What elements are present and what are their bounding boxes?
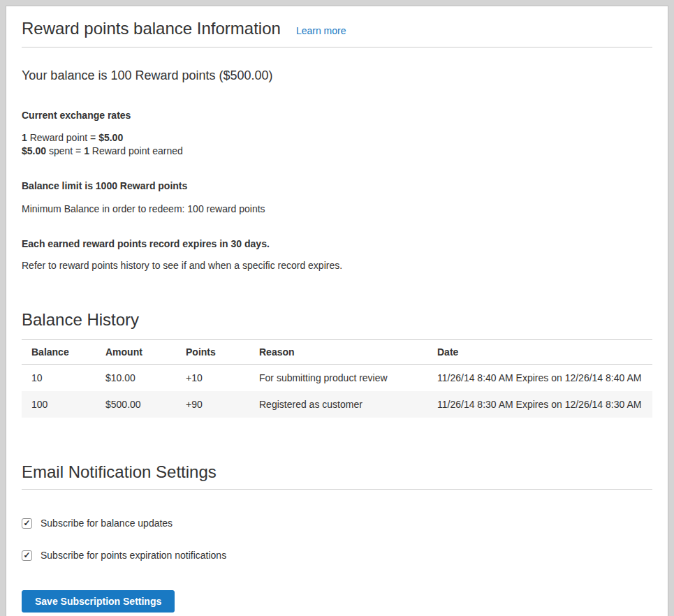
expiration-notifications-label: Subscribe for points expiration notifica… — [41, 550, 226, 561]
exchange-rate-line-2: $5.00 spent = 1 Reward point earned — [22, 145, 652, 158]
cell-points: +10 — [176, 365, 249, 392]
balance-summary: Your balance is 100 Reward points ($500.… — [22, 68, 652, 83]
column-header-balance: Balance — [22, 340, 96, 365]
expiration-notifications-checkbox[interactable]: ✓ — [22, 550, 32, 561]
table-row: 100 $500.00 +90 Registered as customer 1… — [22, 391, 652, 418]
page-header: Reward points balance Information Learn … — [22, 19, 652, 47]
exchange-line1-text: Reward point = — [27, 132, 98, 143]
cell-amount: $500.00 — [96, 391, 176, 418]
learn-more-link[interactable]: Learn more — [296, 25, 346, 36]
balance-history-table: Balance Amount Points Reason Date 10 $10… — [22, 339, 652, 418]
exchange-rates: 1 Reward point = $5.00 $5.00 spent = 1 R… — [22, 131, 652, 158]
exchange-line2-points: 1 — [84, 145, 89, 156]
checkmark-icon: ✓ — [23, 551, 30, 559]
checkmark-icon: ✓ — [23, 519, 30, 527]
table-header-row: Balance Amount Points Reason Date — [22, 340, 652, 365]
expiry-notice: Each earned reward points record expires… — [22, 238, 652, 249]
table-row: 10 $10.00 +10 For submitting product rev… — [22, 365, 652, 392]
save-subscription-settings-button[interactable]: Save Subscription Settings — [22, 590, 175, 613]
exchange-line1-points: 1 — [22, 132, 27, 143]
cell-reason: For submitting product review — [249, 365, 427, 392]
exchange-line2-value: $5.00 — [22, 145, 46, 156]
page-title: Reward points balance Information — [22, 19, 281, 38]
cell-balance: 10 — [22, 365, 96, 392]
exchange-line1-value: $5.00 — [98, 132, 123, 143]
subscribe-balance-updates-row: ✓ Subscribe for balance updates — [22, 518, 652, 529]
exchange-line2-text: spent = — [46, 145, 84, 156]
balance-limit: Balance limit is 1000 Reward points — [22, 180, 652, 191]
cell-amount: $10.00 — [96, 365, 176, 392]
expiry-note: Refer to reward points history to see if… — [22, 259, 652, 272]
balance-history-title: Balance History — [22, 310, 652, 330]
cell-points: +90 — [176, 391, 249, 418]
exchange-line2-end: Reward point earned — [89, 145, 183, 156]
exchange-rate-line-1: 1 Reward point = $5.00 — [22, 131, 652, 145]
email-settings-header: Email Notification Settings — [22, 462, 652, 490]
cell-date: 11/26/14 8:40 AM Expires on 12/26/14 8:4… — [427, 365, 652, 392]
column-header-amount: Amount — [96, 340, 176, 365]
email-settings-title: Email Notification Settings — [22, 462, 652, 482]
minimum-balance: Minimum Balance in order to redeem: 100 … — [22, 203, 652, 216]
column-header-reason: Reason — [249, 340, 427, 365]
cell-reason: Registered as customer — [249, 391, 427, 418]
balance-updates-checkbox[interactable]: ✓ — [22, 518, 32, 529]
balance-updates-label: Subscribe for balance updates — [41, 518, 173, 529]
cell-date: 11/26/14 8:30 AM Expires on 12/26/14 8:3… — [427, 391, 652, 418]
cell-balance: 100 — [22, 391, 96, 418]
exchange-rates-heading: Current exchange rates — [22, 110, 652, 121]
column-header-date: Date — [427, 340, 652, 365]
reward-points-page: Reward points balance Information Learn … — [6, 6, 668, 616]
column-header-points: Points — [176, 340, 249, 365]
subscribe-expiration-notifications-row: ✓ Subscribe for points expiration notifi… — [22, 550, 652, 561]
